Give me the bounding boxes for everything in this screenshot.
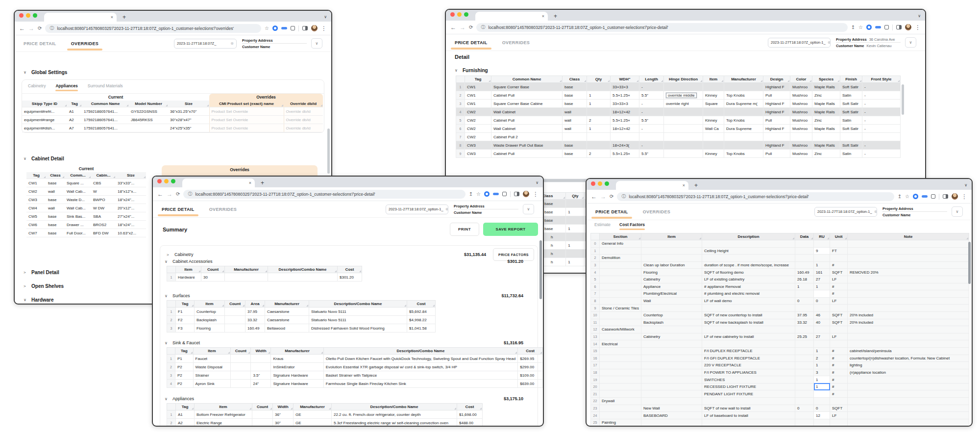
clear-icon[interactable]: ⊗ <box>230 41 234 46</box>
collapsible-section-hardware[interactable]: ∨Hardware <box>24 297 151 303</box>
cell[interactable] <box>664 83 703 91</box>
cell[interactable]: Satin <box>840 116 862 125</box>
cell[interactable] <box>848 376 969 384</box>
cell[interactable] <box>641 383 702 390</box>
cell[interactable]: countertop/(n)dishwasher location, Formu… <box>848 355 969 362</box>
cell[interactable]: LF of existing cabinetry <box>702 276 795 283</box>
cell[interactable] <box>702 240 795 248</box>
nav-tab-price-detail[interactable]: PRICE DETAIL <box>162 201 195 217</box>
nav-tab-price-detail[interactable]: PRICE DETAIL <box>455 34 488 51</box>
tab-search-icon[interactable]: ∨ <box>324 15 327 22</box>
password-manager-icon[interactable] <box>484 191 490 197</box>
cell[interactable]: Wall Cabinet <box>491 125 563 133</box>
cell[interactable]: Dura Supreme <box>724 125 763 133</box>
cell[interactable]: 161 <box>814 269 830 276</box>
cell[interactable] <box>702 419 795 426</box>
tab-close-icon[interactable]: × <box>111 15 113 20</box>
cell[interactable]: CW1 <box>465 91 491 100</box>
cell[interactable]: Clean up labor Duration <box>641 261 702 269</box>
tab-search-icon[interactable]: ∨ <box>964 183 967 190</box>
cell[interactable]: 33.32 <box>795 319 814 326</box>
cell[interactable]: General Info <box>600 240 641 248</box>
profile-avatar[interactable] <box>952 193 958 200</box>
cell[interactable] <box>702 255 795 262</box>
cell[interactable]: 1 <box>587 125 611 133</box>
cell[interactable] <box>848 255 969 262</box>
cell[interactable]: Demolition <box>600 255 641 262</box>
password-manager-icon[interactable] <box>913 194 918 199</box>
cell[interactable]: 3 <box>814 369 830 376</box>
surfaces-section[interactable]: ∨ Surfaces <box>165 293 190 298</box>
cell[interactable]: - <box>862 116 901 125</box>
cell[interactable]: - <box>862 83 901 91</box>
column-header-WDH"[interactable]: WDH" <box>611 76 639 83</box>
traffic-light-close-button[interactable] <box>450 12 455 17</box>
cell[interactable] <box>641 240 702 248</box>
cell[interactable]: - <box>862 125 901 133</box>
cell[interactable]: 1 <box>814 383 830 390</box>
cell[interactable]: CW2 <box>465 125 491 133</box>
cell[interactable]: wall <box>563 108 587 116</box>
bookmark-star-icon[interactable]: ☆ <box>476 192 481 197</box>
extensions-icon[interactable] <box>291 26 295 30</box>
cell[interactable]: Maple Rails <box>812 141 840 150</box>
cell[interactable]: SQFT <box>830 269 848 276</box>
traffic-light-zoom-button[interactable] <box>171 179 175 183</box>
column-header-Unit[interactable]: Unit <box>830 233 848 240</box>
cell[interactable] <box>600 297 641 305</box>
cell[interactable] <box>703 108 724 116</box>
cell[interactable]: h <box>540 233 566 241</box>
column-header-Manufacturer[interactable]: Manufacturer <box>724 76 763 83</box>
session-select-input[interactable]: 2023-11-27T18:18:07Z_⊗ <box>174 39 237 49</box>
column-header-Qty[interactable]: Qty <box>587 76 611 83</box>
cell[interactable]: base <box>563 150 587 158</box>
cell[interactable]: Casework/Millwork <box>600 326 641 333</box>
column-header-Hinge Direction[interactable]: Hinge Direction <box>664 76 703 83</box>
traffic-light-zoom-button[interactable] <box>605 181 609 186</box>
cell[interactable]: CW3 <box>465 141 491 150</box>
cell[interactable] <box>848 383 969 390</box>
cell[interactable]: base <box>540 200 566 208</box>
cell[interactable]: 18×12×42 <box>611 125 639 133</box>
save-report-button[interactable]: SAVE REPORT <box>483 223 538 236</box>
cell[interactable] <box>848 398 969 405</box>
cell[interactable]: Stone / Ceramic Tiles <box>600 305 641 312</box>
cell[interactable]: SQFT <box>830 405 848 412</box>
cell[interactable]: 40 <box>814 319 830 326</box>
cell[interactable] <box>600 276 641 283</box>
cell[interactable] <box>641 355 702 362</box>
cell[interactable]: Cabinet Pull <box>491 91 563 100</box>
cell[interactable]: Mushroo <box>790 108 812 116</box>
cell[interactable] <box>763 133 790 141</box>
cell[interactable] <box>848 297 969 305</box>
password-manager-icon[interactable] <box>272 26 278 31</box>
cell[interactable]: 27 <box>814 276 830 283</box>
cell[interactable]: # <box>830 369 848 376</box>
sink-faucet-section[interactable]: ∨ Sink & Faucet <box>165 340 200 345</box>
cell[interactable]: Highland F <box>763 141 790 150</box>
cabinetry-section[interactable]: > Cabinetry <box>167 252 194 257</box>
cell[interactable]: 33×33×3 <box>611 83 639 91</box>
cell[interactable]: Mushroo <box>790 100 812 108</box>
cell[interactable]: Backsplash <box>641 319 702 326</box>
tab-cost-factors[interactable]: Cost Factors <box>619 222 645 229</box>
new-tab-button[interactable]: + <box>122 14 126 20</box>
cell[interactable]: # <box>830 290 848 298</box>
new-tab-button[interactable]: + <box>261 180 264 186</box>
cell[interactable]: Cabinet Pull <box>491 116 563 125</box>
profile-avatar[interactable] <box>311 25 318 31</box>
cell[interactable]: override right <box>664 100 703 108</box>
cell[interactable] <box>795 255 814 262</box>
reload-icon[interactable]: ⟳ <box>176 192 180 197</box>
cell[interactable] <box>795 376 814 384</box>
site-info-icon[interactable]: ⓘ <box>621 193 626 200</box>
cell[interactable] <box>795 247 814 255</box>
cell[interactable]: SWITCHES <box>702 376 795 384</box>
cell[interactable]: 5.5" <box>639 116 664 125</box>
cell[interactable]: Cabinet Pull 2 <box>491 133 563 141</box>
cell[interactable]: Top Knobs <box>724 116 763 125</box>
cell[interactable]: Soft Satir <box>840 125 862 133</box>
cabinet-detail-section[interactable]: ∨ Cabinet Detail <box>24 156 64 161</box>
cell[interactable]: Mushroo <box>790 116 812 125</box>
clear-icon[interactable]: ⊗ <box>445 207 448 211</box>
